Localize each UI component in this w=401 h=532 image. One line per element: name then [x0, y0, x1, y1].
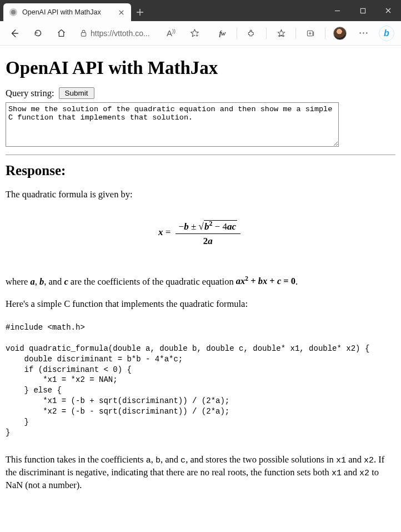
code-block: #include <math.h> void quadratic_formula…	[6, 322, 395, 438]
browser-toolbar: https://vttoth.co... A)) fw b	[0, 21, 401, 46]
tab-title: OpenAI API with MathJax	[22, 8, 112, 16]
new-tab-button[interactable]	[131, 3, 149, 21]
window-maximize-button[interactable]	[350, 0, 375, 21]
response-heading: Response:	[6, 163, 395, 178]
back-button[interactable]	[4, 24, 24, 42]
svg-point-8	[363, 32, 364, 33]
page-content: OpenAI API with MathJax Query string: Su…	[0, 46, 401, 532]
svg-point-5	[250, 29, 252, 31]
quadratic-formula: x = −b ± √b2 − 4ac2a	[6, 220, 395, 247]
response-p4: This function takes in the coefficients …	[6, 454, 395, 492]
home-button[interactable]	[51, 24, 71, 42]
query-label: Query string:	[6, 88, 54, 99]
window-minimize-button[interactable]	[324, 0, 350, 21]
refresh-button[interactable]	[28, 24, 48, 42]
read-aloud-button[interactable]: A))	[161, 24, 181, 42]
favorites-button[interactable]	[271, 24, 291, 42]
lock-icon	[80, 29, 87, 37]
query-textarea[interactable]	[6, 102, 339, 147]
response-p2: where a, b, and c are the coefficients o…	[6, 275, 395, 288]
svg-point-7	[359, 32, 360, 33]
svg-point-9	[366, 32, 367, 33]
more-menu-button[interactable]	[353, 24, 373, 42]
window-close-button[interactable]	[375, 0, 401, 21]
collections-button[interactable]	[300, 24, 320, 42]
favicon-icon	[9, 8, 18, 17]
url-text: https://vttoth.co...	[91, 29, 150, 38]
extensions-button[interactable]	[242, 24, 262, 42]
response-p3: Here's a simple C function that implemen…	[6, 298, 395, 310]
window-titlebar: OpenAI API with MathJax	[0, 0, 401, 21]
browser-tab[interactable]: OpenAI API with MathJax	[3, 3, 131, 21]
bing-icon: b	[379, 26, 394, 41]
avatar	[333, 27, 347, 40]
bing-button[interactable]: b	[377, 24, 397, 42]
profile-button[interactable]	[330, 24, 350, 42]
submit-button[interactable]: Submit	[59, 87, 94, 99]
page-title: OpenAI API with MathJax	[6, 58, 395, 78]
svg-point-1	[11, 10, 16, 14]
svg-rect-2	[360, 8, 365, 13]
svg-rect-3	[81, 33, 86, 36]
immersive-reader-button[interactable]: fw	[212, 24, 232, 42]
add-favorite-button[interactable]	[184, 24, 204, 42]
divider	[6, 155, 395, 155]
close-tab-button[interactable]	[117, 8, 126, 17]
address-bar[interactable]: https://vttoth.co...	[74, 24, 158, 42]
response-p1: The quadratic formula is given by:	[6, 188, 395, 201]
